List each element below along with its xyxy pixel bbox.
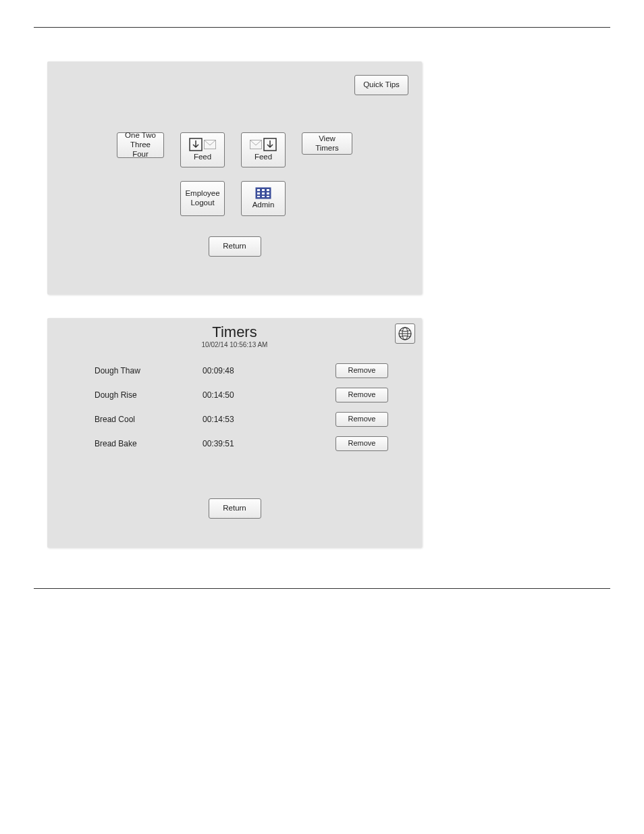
- feed-button-2[interactable]: Feed: [241, 132, 286, 167]
- timer-name: Dough Thaw: [95, 366, 203, 375]
- envelope-icon: [204, 140, 216, 149]
- remove-button[interactable]: Remove: [336, 388, 388, 402]
- remove-button[interactable]: Remove: [336, 363, 388, 378]
- return-button[interactable]: Return: [209, 498, 261, 519]
- svg-rect-5: [257, 189, 260, 191]
- svg-rect-9: [262, 192, 265, 194]
- svg-rect-10: [267, 192, 269, 194]
- menu-row-1: One Two Three Four Feed Feed: [47, 132, 422, 167]
- view-timers-button[interactable]: View Timers: [302, 132, 352, 155]
- timer-name: Bread Bake: [95, 439, 203, 448]
- timers-timestamp: 10/02/14 10:56:13 AM: [47, 341, 422, 348]
- feed-button-1[interactable]: Feed: [180, 132, 225, 167]
- main-menu-panel: Quick Tips One Two Three Four Feed: [47, 61, 422, 294]
- svg-rect-11: [257, 196, 260, 197]
- globe-icon: [398, 326, 412, 341]
- remove-button[interactable]: Remove: [336, 436, 388, 451]
- svg-rect-6: [262, 189, 265, 191]
- download-envelope-icon: [263, 138, 277, 151]
- timers-title: Timers: [47, 323, 422, 341]
- logout-label: Logout: [190, 199, 214, 208]
- feed-icon-row: [189, 138, 216, 151]
- feed-label: Feed: [254, 153, 272, 162]
- timer-name: Bread Cool: [95, 415, 203, 424]
- timers-panel: Timers 10/02/14 10:56:13 AM Dough Thaw 0…: [47, 318, 422, 548]
- timer-time: 00:09:48: [203, 366, 290, 375]
- download-envelope-icon: [189, 138, 203, 151]
- return-button[interactable]: Return: [209, 236, 261, 257]
- admin-label: Admin: [252, 201, 275, 210]
- employee-logout-button[interactable]: Employee Logout: [180, 181, 225, 216]
- three-four-label: Three Four: [123, 140, 158, 159]
- feed-icon-row: [250, 138, 277, 151]
- grid-icon: [255, 187, 271, 199]
- timer-list: Dough Thaw 00:09:48 Remove Dough Rise 00…: [47, 363, 422, 451]
- timer-row: Bread Bake 00:39:51 Remove: [95, 436, 388, 451]
- menu-row-2: Employee Logout Admin: [47, 181, 422, 216]
- timers-header: Timers 10/02/14 10:56:13 AM: [47, 318, 422, 348]
- svg-rect-7: [267, 189, 269, 191]
- svg-rect-13: [267, 196, 269, 197]
- timer-row: Bread Cool 00:14:53 Remove: [95, 412, 388, 427]
- one-two-label: One Two: [125, 131, 156, 140]
- timer-time: 00:14:50: [203, 390, 290, 400]
- one-two-three-four-button[interactable]: One Two Three Four: [117, 132, 164, 158]
- feed-label: Feed: [194, 153, 211, 162]
- remove-button[interactable]: Remove: [336, 412, 388, 427]
- envelope-icon: [250, 140, 262, 149]
- svg-rect-12: [262, 196, 265, 197]
- timer-row: Dough Rise 00:14:50 Remove: [95, 388, 388, 402]
- employee-label: Employee: [185, 189, 219, 199]
- admin-button[interactable]: Admin: [241, 181, 286, 216]
- quick-tips-button[interactable]: Quick Tips: [354, 75, 408, 95]
- language-button[interactable]: [395, 323, 415, 344]
- svg-rect-8: [257, 192, 260, 194]
- timer-time: 00:14:53: [203, 415, 290, 424]
- timer-time: 00:39:51: [203, 439, 290, 448]
- timer-name: Dough Rise: [95, 390, 203, 400]
- timer-row: Dough Thaw 00:09:48 Remove: [95, 363, 388, 378]
